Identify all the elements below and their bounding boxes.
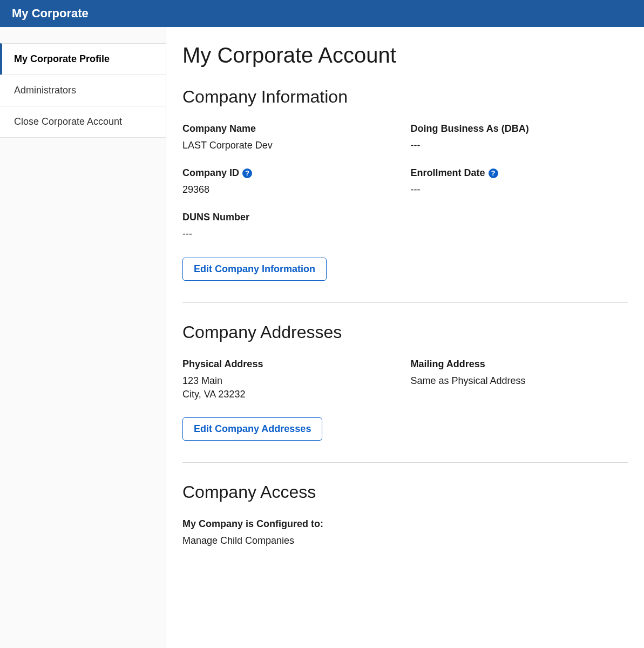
physical-address-label: Physical Address	[182, 359, 400, 370]
company-name-label: Company Name	[182, 123, 400, 134]
section-title-company-access: Company Access	[182, 482, 628, 502]
field-configured: My Company is Configured to: Manage Chil…	[182, 518, 628, 548]
app-title: My Corporate	[12, 6, 89, 20]
company-info-grid: Company Name LAST Corporate Dev Doing Bu…	[182, 123, 628, 241]
field-mailing-address: Mailing Address Same as Physical Address	[411, 359, 628, 401]
help-icon[interactable]: ?	[489, 168, 498, 178]
field-company-id: Company ID ? 29368	[182, 167, 400, 197]
sidebar-item-label: My Corporate Profile	[14, 53, 110, 64]
field-physical-address: Physical Address 123 Main City, VA 23232	[182, 359, 400, 401]
section-title-company-info: Company Information	[182, 87, 628, 107]
layout: My Corporate Profile Administrators Clos…	[0, 27, 644, 648]
dba-label: Doing Business As (DBA)	[411, 123, 628, 134]
field-dba: Doing Business As (DBA) ---	[411, 123, 628, 152]
enrollment-date-label: Enrollment Date ?	[411, 167, 628, 179]
help-icon[interactable]: ?	[242, 168, 252, 178]
app-header: My Corporate	[0, 0, 644, 27]
section-title-company-addresses: Company Addresses	[182, 322, 628, 342]
edit-company-addresses-button[interactable]: Edit Company Addresses	[182, 417, 322, 441]
field-empty	[411, 212, 628, 241]
sidebar-item-close-account[interactable]: Close Corporate Account	[0, 106, 166, 138]
enrollment-date-label-text: Enrollment Date	[411, 167, 485, 179]
company-id-value: 29368	[182, 183, 400, 197]
configured-value: Manage Child Companies	[182, 534, 628, 548]
company-addresses-grid: Physical Address 123 Main City, VA 23232…	[182, 359, 628, 401]
section-divider	[182, 302, 628, 303]
sidebar-item-administrators[interactable]: Administrators	[0, 75, 166, 106]
enrollment-date-value: ---	[411, 183, 628, 197]
duns-value: ---	[182, 227, 400, 241]
sidebar-item-label: Administrators	[14, 85, 76, 96]
company-id-label: Company ID ?	[182, 167, 400, 179]
field-duns: DUNS Number ---	[182, 212, 400, 241]
company-id-label-text: Company ID	[182, 167, 239, 179]
main-content: My Corporate Account Company Information…	[166, 27, 644, 648]
edit-company-info-button[interactable]: Edit Company Information	[182, 258, 327, 281]
page-title: My Corporate Account	[182, 43, 628, 68]
field-enrollment-date: Enrollment Date ? ---	[411, 167, 628, 197]
physical-address-value: 123 Main City, VA 23232	[182, 374, 400, 401]
sidebar-item-profile[interactable]: My Corporate Profile	[0, 43, 166, 75]
configured-label: My Company is Configured to:	[182, 518, 628, 530]
physical-address-line1: 123 Main	[182, 374, 400, 388]
sidebar-item-label: Close Corporate Account	[14, 116, 122, 127]
field-company-name: Company Name LAST Corporate Dev	[182, 123, 400, 152]
sidebar: My Corporate Profile Administrators Clos…	[0, 27, 166, 648]
mailing-address-label: Mailing Address	[411, 359, 628, 370]
physical-address-line2: City, VA 23232	[182, 388, 400, 401]
section-divider	[182, 462, 628, 463]
mailing-address-value: Same as Physical Address	[411, 374, 628, 388]
dba-value: ---	[411, 139, 628, 152]
company-name-value: LAST Corporate Dev	[182, 139, 400, 152]
sidebar-spacer	[0, 27, 166, 43]
duns-label: DUNS Number	[182, 212, 400, 223]
